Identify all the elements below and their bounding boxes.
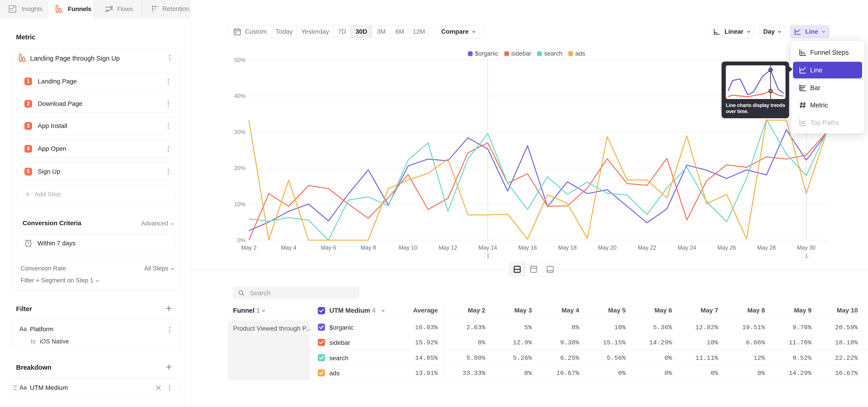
svg-text:May 10: May 10 [399,244,417,251]
svg-text:May 20: May 20 [598,244,616,251]
svg-text:May 6: May 6 [321,244,336,251]
svg-text:May 2: May 2 [241,244,256,251]
svg-text:May 18: May 18 [558,244,577,251]
svg-text:May 30: May 30 [797,244,815,251]
svg-text:20%: 20% [234,165,246,171]
svg-text:May 24: May 24 [678,244,696,251]
svg-text:May 22: May 22 [638,244,656,251]
svg-text:May 12: May 12 [439,244,457,251]
svg-text:May 14: May 14 [478,244,497,251]
svg-text:May 4: May 4 [281,244,296,251]
svg-text:May 28: May 28 [757,244,776,251]
svg-text:May 8: May 8 [361,244,376,251]
svg-text:May 16: May 16 [518,244,537,251]
svg-text:40%: 40% [234,93,246,99]
svg-text:10%: 10% [234,201,246,207]
svg-text:May 26: May 26 [717,244,736,251]
svg-text:0%: 0% [237,237,246,243]
svg-text:50%: 50% [234,57,246,63]
svg-text:30%: 30% [234,129,246,135]
